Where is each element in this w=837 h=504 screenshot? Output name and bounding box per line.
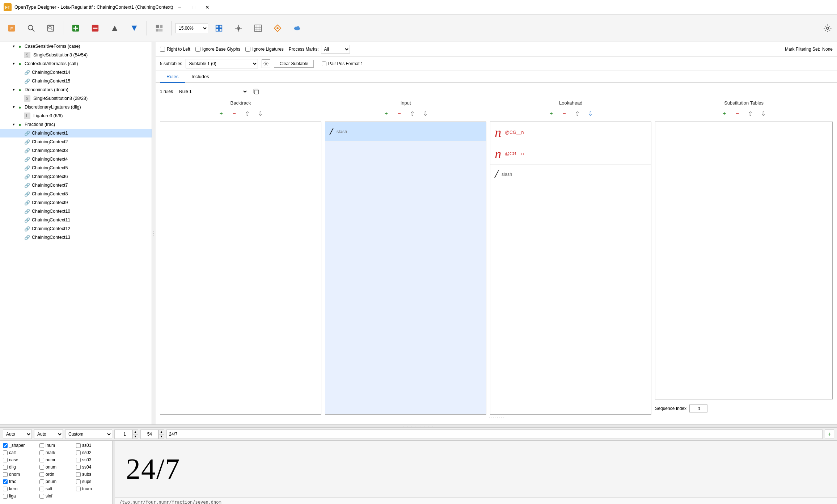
pair-pos-checkbox[interactable] — [322, 62, 326, 66]
tree-item-calt[interactable]: ▼ ● ContextualAlternates (calt) — [0, 59, 152, 68]
subtable-select[interactable]: Subtable 1 (0) Subtable 2 (1) Subtable 3… — [186, 59, 258, 68]
tree-item-chain1[interactable]: 🔗 ChainingContext1 — [0, 129, 152, 137]
tree-item-chain8[interactable]: 🔗 ChainingContext8 — [0, 190, 152, 198]
right-to-left-checkbox[interactable] — [160, 47, 165, 52]
feature-mark[interactable]: mark — [38, 449, 74, 456]
ignore-ligatures-group[interactable]: Ignore Ligatures — [245, 47, 284, 52]
settings-button[interactable] — [821, 22, 834, 35]
ignore-ligatures-checkbox[interactable] — [245, 47, 250, 52]
feature-kern-cb[interactable] — [3, 487, 8, 491]
tree-item-single8[interactable]: S SingleSubstitution8 (28/28) — [0, 94, 152, 103]
toolbar-btn-remove[interactable] — [86, 20, 104, 37]
toolbar-btn-1[interactable]: F — [3, 20, 20, 37]
right-to-left-group[interactable]: Right to Left — [160, 47, 190, 52]
vertical-resize-handle[interactable] — [0, 424, 837, 427]
tree-item-chain9[interactable]: 🔗 ChainingContext9 — [0, 198, 152, 207]
spin-up-2[interactable]: ▲ — [158, 429, 164, 434]
seq-index-input[interactable] — [689, 405, 707, 412]
feature-lnum-cb[interactable] — [39, 443, 44, 448]
feature-ss01[interactable]: ss01 — [75, 442, 110, 449]
bottom-select-2[interactable]: Auto — [34, 429, 63, 439]
tree-item-dnom[interactable]: ▼ ● Denominators (dnom) — [0, 85, 152, 94]
feature-sinf[interactable]: sinf — [38, 493, 74, 499]
lookahead-item-2[interactable]: n @CG__n — [490, 143, 651, 165]
tree-item-chain4[interactable]: 🔗 ChainingContext4 — [0, 155, 152, 164]
feature-shaper[interactable]: _shaper — [1, 442, 37, 449]
add-string-button[interactable]: + — [825, 429, 834, 439]
rule-copy-button[interactable] — [251, 86, 261, 97]
subst-add-btn[interactable]: + — [719, 108, 730, 119]
tree-item-dlig[interactable]: ▼ ● DiscretionaryLigatures (dlig) — [0, 103, 152, 111]
bottom-select-1[interactable]: Auto — [3, 429, 32, 439]
expand-icon[interactable]: ▼ — [11, 43, 17, 49]
tree-item-chain7[interactable]: 🔗 ChainingContext7 — [0, 181, 152, 190]
close-button[interactable]: ✕ — [201, 2, 214, 13]
tree-item-single3[interactable]: S SingleSubstitution3 (54/54) — [0, 51, 152, 59]
backtrack-add-btn[interactable]: + — [215, 108, 227, 119]
tree-item-chain13[interactable]: 🔗 ChainingContext13 — [0, 233, 152, 242]
feature-dnom[interactable]: dnom — [1, 471, 37, 478]
tree-item-chain12[interactable]: 🔗 ChainingContext12 — [0, 224, 152, 233]
feature-pnum-cb[interactable] — [39, 479, 44, 484]
tree-item-case[interactable]: ▼ ● CaseSensitiveForms (case) — [0, 42, 152, 51]
feature-dnom-cb[interactable] — [3, 472, 8, 477]
tree-item-lig3[interactable]: L Ligature3 (6/6) — [0, 111, 152, 120]
feature-tnum-cb[interactable] — [76, 487, 81, 491]
feature-case[interactable]: case — [1, 457, 37, 463]
tree-item-chain11[interactable]: 🔗 ChainingContext11 — [0, 216, 152, 224]
tree-item-chain2[interactable]: 🔗 ChainingContext2 — [0, 137, 152, 146]
spin-down-2[interactable]: ▼ — [158, 434, 164, 439]
feature-liga[interactable]: liga — [1, 493, 37, 499]
feature-salt[interactable]: salt — [38, 486, 74, 492]
feature-shaper-cb[interactable] — [3, 443, 8, 448]
tree-item-chain3[interactable]: 🔗 ChainingContext3 — [0, 146, 152, 155]
subst-down-btn[interactable]: ⇩ — [758, 108, 769, 119]
feature-ss03-cb[interactable] — [76, 458, 81, 462]
backtrack-up-btn[interactable]: ⇧ — [241, 108, 253, 119]
feature-ss02[interactable]: ss02 — [75, 449, 110, 456]
toolbar-btn-grid[interactable] — [249, 20, 267, 37]
tree-item-chain10[interactable]: 🔗 ChainingContext10 — [0, 207, 152, 216]
feature-onum-cb[interactable] — [39, 465, 44, 470]
input-add-btn[interactable]: + — [380, 108, 392, 119]
lookahead-up-btn[interactable]: ⇧ — [571, 108, 583, 119]
feature-ss01-cb[interactable] — [76, 443, 81, 448]
spin-field-1[interactable] — [114, 429, 132, 439]
feature-ss04[interactable]: ss04 — [75, 464, 110, 470]
ignore-base-group[interactable]: Ignore Base Glyphs — [195, 47, 240, 52]
feature-dlig-cb[interactable] — [3, 465, 8, 470]
feature-frac[interactable]: frac — [1, 478, 37, 485]
feature-calt[interactable]: calt — [1, 449, 37, 456]
zoom-select[interactable]: 15.00% — [176, 23, 208, 33]
feature-sups[interactable]: sups — [75, 478, 110, 485]
feature-subs[interactable]: subs — [75, 471, 110, 478]
expand-icon-calt[interactable]: ▼ — [11, 61, 17, 67]
toolbar-btn-up[interactable] — [106, 20, 123, 37]
feature-ss03[interactable]: ss03 — [75, 457, 110, 463]
feature-ordn[interactable]: ordn — [38, 471, 74, 478]
feature-ss02-cb[interactable] — [76, 450, 81, 455]
maximize-button[interactable]: □ — [187, 2, 200, 13]
spin-up-1[interactable]: ▲ — [132, 429, 138, 434]
input-up-btn[interactable]: ⇧ — [406, 108, 418, 119]
preview-string-input[interactable] — [166, 429, 823, 439]
rules-select[interactable]: Rule 1 Rule 2 — [176, 87, 248, 96]
toolbar-btn-crosshair[interactable] — [230, 20, 247, 37]
lookahead-item-3[interactable]: / slash — [490, 165, 651, 184]
toolbar-btn-pen[interactable] — [269, 20, 286, 37]
lookahead-remove-btn[interactable]: − — [558, 108, 570, 119]
bottom-select-3[interactable]: Custom — [65, 429, 112, 439]
tab-rules[interactable]: Rules — [160, 71, 185, 83]
feature-ss04-cb[interactable] — [76, 465, 81, 470]
feature-liga-cb[interactable] — [3, 494, 8, 499]
feature-kern[interactable]: kern — [1, 486, 37, 492]
lookahead-item-1[interactable]: n @CG__n — [490, 122, 651, 143]
lookahead-add-btn[interactable]: + — [545, 108, 557, 119]
backtrack-down-btn[interactable]: ⇩ — [254, 108, 266, 119]
subst-remove-btn[interactable]: − — [732, 108, 743, 119]
feature-numr[interactable]: numr — [38, 457, 74, 463]
tree-item-chain6[interactable]: 🔗 ChainingContext6 — [0, 172, 152, 181]
feature-lnum[interactable]: lnum — [38, 442, 74, 449]
input-remove-btn[interactable]: − — [393, 108, 405, 119]
feature-calt-cb[interactable] — [3, 450, 8, 455]
